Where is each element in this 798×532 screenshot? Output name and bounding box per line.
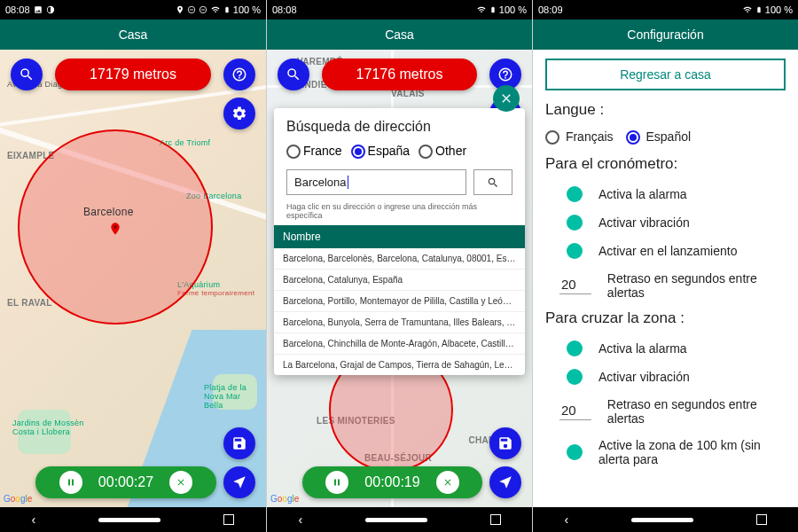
image-icon — [34, 5, 43, 14]
map-pin — [108, 218, 122, 239]
dialog-hint: Haga clic en su dirección o ingrese una … — [274, 200, 525, 225]
toggle-zone-alarm[interactable]: Activa la alarma — [545, 334, 786, 363]
nav-recent[interactable] — [223, 514, 234, 525]
nav-back[interactable]: ‹ — [564, 512, 568, 527]
toggle-launch[interactable]: Activar en el lanzamiento — [545, 237, 786, 265]
svg-point-4 — [113, 225, 116, 228]
result-item[interactable]: Barcelona, Chinchilla de Monte-Aragón, A… — [274, 333, 525, 355]
nav-bar: ‹ — [533, 507, 798, 532]
status-bar: 08:08 100 % — [0, 0, 266, 20]
nav-bar: ‹ — [0, 507, 266, 532]
wifi-icon — [742, 5, 753, 14]
distance-pill: 17179 metros — [55, 59, 211, 90]
address-search-button[interactable] — [473, 169, 512, 195]
dialog-close-button[interactable] — [493, 85, 520, 112]
location-icon — [176, 5, 184, 14]
delay-label: Retraso en segundos entre alertas — [607, 271, 786, 300]
app-bar: Casa — [0, 20, 266, 50]
svg-rect-1 — [190, 10, 193, 11]
stop-button[interactable] — [169, 471, 192, 494]
toggle-100km-zone[interactable]: Active la zona de 100 km (sin alerta par… — [545, 432, 786, 473]
timer-value: 00:00:19 — [364, 474, 419, 490]
radio-espana[interactable]: España — [351, 144, 410, 159]
battery-icon — [755, 4, 763, 15]
radio-francais[interactable]: Français — [545, 129, 614, 145]
result-item[interactable]: La Barcelona, Grajal de Campos, Tierra d… — [274, 355, 525, 375]
lang-label: Langue : — [545, 101, 786, 119]
delay-input[interactable]: 20 — [559, 277, 591, 294]
search-button[interactable] — [11, 59, 43, 90]
page-title: Casa — [119, 27, 148, 42]
page-title: Configuración — [627, 27, 703, 42]
distance-pill: 17176 metros — [322, 59, 477, 90]
toggle-zone-vibration[interactable]: Activar vibración — [545, 363, 786, 391]
battery-icon — [489, 4, 497, 15]
nav-home[interactable] — [365, 518, 427, 522]
save-button[interactable] — [223, 427, 255, 459]
svg-rect-3 — [201, 10, 205, 11]
status-bar: 08:09 100 % — [533, 0, 798, 20]
pause-button[interactable] — [325, 471, 348, 494]
radio-france[interactable]: France — [286, 144, 342, 159]
dialog-title: Búsqueda de dirección — [274, 108, 525, 138]
timer-pill: 00:00:27 — [35, 466, 216, 498]
settings-button[interactable] — [223, 98, 255, 129]
nav-bar: ‹ — [267, 507, 532, 532]
delay-label: Retraso en segundos entre alertas — [607, 397, 786, 426]
locate-button[interactable] — [223, 466, 255, 498]
app-bar: Configuración — [533, 20, 798, 50]
status-battery: 100 % — [233, 4, 261, 15]
app-bar: Casa — [267, 20, 532, 50]
zone-section-title: Para cruzar la zona : — [545, 309, 786, 327]
result-item[interactable]: Barcelona, Barcelonès, Barcelona, Catalu… — [274, 248, 525, 270]
zone-delay-input[interactable]: 20 — [559, 403, 591, 420]
screen-map-search: 08:08 100 % Casa VALAIS CHANDIEU VAREMBÉ… — [266, 0, 532, 532]
timer-pill: 00:00:19 — [302, 466, 482, 498]
pause-button[interactable] — [59, 471, 82, 494]
toggle-vibration[interactable]: Activar vibración — [545, 208, 786, 237]
status-time: 08:08 — [5, 4, 30, 15]
address-search-dialog: Búsqueda de dirección France España Othe… — [274, 108, 525, 375]
radio-other[interactable]: Other — [419, 144, 466, 159]
wifi-icon — [210, 5, 221, 14]
dnd-icon — [199, 5, 207, 14]
save-button[interactable] — [489, 427, 521, 459]
nav-home[interactable] — [631, 518, 693, 522]
chrono-section-title: Para el cronómetro: — [545, 155, 786, 173]
nav-recent[interactable] — [756, 514, 767, 525]
result-item[interactable]: Barcelona, Bunyola, Serra de Tramuntana,… — [274, 312, 525, 333]
timer-value: 00:00:27 — [98, 474, 153, 490]
page-title: Casa — [385, 27, 414, 42]
return-home-button[interactable]: Regresar a casa — [545, 59, 786, 90]
help-button[interactable] — [223, 59, 255, 90]
screen-settings: 08:09 100 % Configuración Regresar a cas… — [532, 0, 798, 532]
address-input[interactable]: Barcelona — [286, 169, 466, 195]
dnd-icon — [187, 5, 196, 14]
screen-map-main: 08:08 100 % Casa Avinguda Diagonal — [0, 0, 266, 532]
google-badge: Google — [4, 494, 32, 504]
toggle-alarm[interactable]: Activa la alarma — [545, 180, 786, 208]
stop-button[interactable] — [436, 471, 459, 494]
google-badge: Google — [270, 494, 299, 504]
notif-icon — [46, 5, 55, 14]
status-bar: 08:08 100 % — [267, 0, 532, 20]
nav-recent[interactable] — [490, 514, 501, 525]
result-item[interactable]: Barcelona, Catalunya, España — [274, 270, 525, 291]
locate-button[interactable] — [489, 466, 521, 498]
radio-espanol[interactable]: Español — [626, 129, 691, 145]
search-button[interactable] — [278, 59, 309, 90]
battery-icon — [223, 4, 231, 15]
wifi-icon — [476, 5, 487, 14]
result-item[interactable]: Barcelona, Portillo, Montemayor de Pilil… — [274, 291, 525, 312]
city-label: Barcelone — [83, 206, 134, 218]
nav-back[interactable]: ‹ — [32, 512, 36, 527]
results-header: Nombre — [274, 225, 525, 248]
nav-back[interactable]: ‹ — [298, 512, 302, 527]
nav-home[interactable] — [98, 518, 160, 522]
